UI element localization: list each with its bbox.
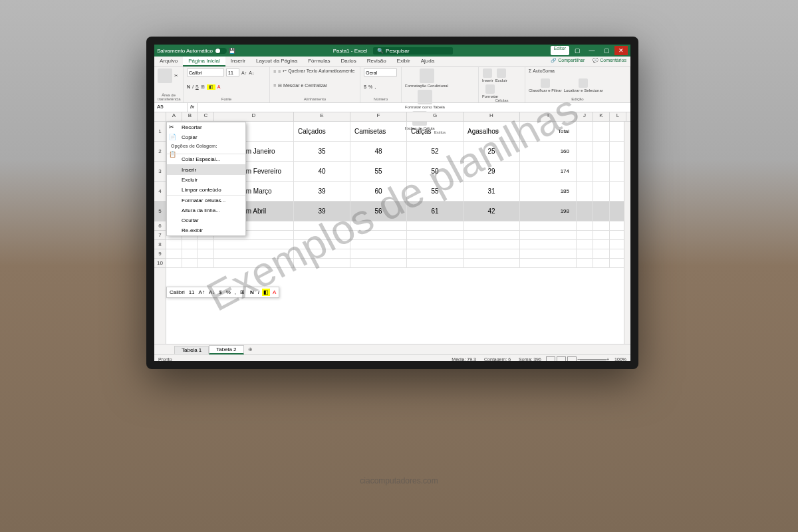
- cell[interactable]: [464, 259, 520, 267]
- font-color-icon[interactable]: A: [217, 84, 221, 89]
- row-header[interactable]: 6: [154, 221, 166, 231]
- editor-badge[interactable]: Editor: [551, 46, 569, 55]
- cell[interactable]: 40: [294, 162, 350, 181]
- mini-italic[interactable]: I: [257, 289, 261, 296]
- cell[interactable]: [593, 162, 610, 181]
- tab-revisao[interactable]: Revisão: [362, 57, 392, 66]
- cell[interactable]: [577, 122, 593, 141]
- save-icon[interactable]: 💾: [229, 48, 235, 54]
- cell[interactable]: [350, 231, 407, 239]
- mini-currency-icon[interactable]: $: [217, 289, 223, 296]
- column-header[interactable]: J: [577, 112, 593, 121]
- fx-icon[interactable]: fx: [188, 103, 198, 112]
- cell[interactable]: [464, 231, 520, 239]
- cell[interactable]: 61: [407, 201, 464, 221]
- column-header[interactable]: E: [294, 112, 350, 121]
- cond-format-icon[interactable]: [420, 68, 434, 83]
- cell[interactable]: [464, 249, 520, 258]
- zoom-in-icon[interactable]: +: [606, 357, 609, 361]
- formula-input[interactable]: [198, 103, 630, 112]
- column-header[interactable]: K: [593, 112, 610, 121]
- comma-icon[interactable]: ,: [374, 84, 376, 89]
- cell[interactable]: 25: [464, 142, 520, 161]
- cell[interactable]: [577, 142, 593, 161]
- column-header[interactable]: I: [520, 112, 577, 121]
- cell[interactable]: 174: [520, 162, 577, 181]
- cell[interactable]: [577, 240, 593, 249]
- font-name-select[interactable]: [187, 68, 224, 76]
- cell[interactable]: Agasalhos: [464, 122, 520, 141]
- cell[interactable]: 55: [407, 182, 464, 201]
- menu-delete[interactable]: Excluir: [167, 175, 245, 185]
- cell[interactable]: [577, 249, 593, 258]
- cell[interactable]: [182, 259, 198, 267]
- cell[interactable]: [520, 240, 577, 249]
- autosave-toggle[interactable]: [215, 48, 227, 54]
- column-header[interactable]: G: [407, 112, 464, 121]
- minimize-button[interactable]: —: [585, 46, 598, 55]
- cell[interactable]: 35: [294, 142, 350, 161]
- zoom-slider[interactable]: [580, 359, 606, 360]
- page-layout-icon[interactable]: [557, 356, 566, 362]
- underline-button[interactable]: S: [196, 84, 199, 89]
- menu-paste-special[interactable]: Colar Especial...: [167, 154, 245, 164]
- cell[interactable]: [350, 259, 407, 267]
- cell[interactable]: 29: [464, 162, 520, 181]
- cell[interactable]: 42: [464, 201, 520, 221]
- cell[interactable]: [520, 221, 577, 230]
- mini-comma-icon[interactable]: ,: [233, 289, 237, 296]
- mini-border-icon[interactable]: ⊞: [239, 289, 246, 296]
- row-header[interactable]: 7: [154, 231, 166, 240]
- tab-ajuda[interactable]: Ajuda: [416, 57, 440, 66]
- autosum-button[interactable]: Σ AutoSoma: [529, 68, 555, 73]
- find-select-icon[interactable]: [579, 78, 588, 88]
- bold-button[interactable]: N: [187, 84, 190, 89]
- close-button[interactable]: ✕: [614, 46, 628, 55]
- column-header[interactable]: A: [166, 112, 182, 121]
- cell[interactable]: [577, 162, 593, 181]
- percent-icon[interactable]: %: [368, 84, 372, 89]
- mini-decrease-icon[interactable]: A↓: [207, 289, 216, 296]
- format-cells-icon[interactable]: [485, 84, 495, 94]
- sort-filter-icon[interactable]: [541, 78, 550, 88]
- menu-unhide[interactable]: Re-exibir: [167, 225, 245, 235]
- row-header[interactable]: 2: [154, 142, 166, 162]
- insert-cells-icon[interactable]: [483, 68, 492, 78]
- increase-font-icon[interactable]: A↑: [241, 70, 247, 75]
- cell[interactable]: 39: [294, 201, 350, 221]
- cell[interactable]: [593, 249, 610, 258]
- mini-increase-icon[interactable]: A↑: [198, 289, 206, 296]
- cell[interactable]: [593, 221, 610, 230]
- cell[interactable]: [593, 142, 610, 161]
- cell[interactable]: [294, 259, 350, 267]
- menu-hide[interactable]: Ocultar: [167, 215, 245, 225]
- cell[interactable]: Calçados: [294, 122, 350, 141]
- cell[interactable]: 48: [350, 142, 407, 161]
- column-header[interactable]: F: [350, 112, 407, 121]
- cell[interactable]: 56: [350, 201, 407, 221]
- cell[interactable]: [198, 259, 214, 267]
- maximize-button[interactable]: ▢: [600, 46, 613, 55]
- cell[interactable]: [198, 249, 214, 258]
- cell[interactable]: [407, 221, 464, 230]
- cell[interactable]: [520, 231, 577, 239]
- column-header[interactable]: B: [182, 112, 198, 121]
- cell[interactable]: [214, 249, 294, 258]
- worksheet-grid[interactable]: 1 2 3 4 5 6 7 8 9 10 ABCDEFGHIJKL Calçad…: [154, 112, 630, 344]
- cell[interactable]: [182, 249, 198, 258]
- row-header[interactable]: 9: [154, 249, 166, 259]
- menu-cut[interactable]: ✂Recortar: [167, 122, 245, 132]
- cell[interactable]: 31: [464, 182, 520, 201]
- sheet-tab[interactable]: Tabela 2: [209, 345, 243, 354]
- menu-insert[interactable]: Inserir: [167, 164, 245, 175]
- menu-copy[interactable]: 📄Copiar: [167, 132, 245, 142]
- paste-icon[interactable]: [158, 68, 172, 83]
- cell[interactable]: Total: [520, 122, 577, 141]
- fill-color-icon[interactable]: ◧: [207, 84, 215, 90]
- column-header[interactable]: C: [198, 112, 214, 121]
- page-break-icon[interactable]: [567, 356, 577, 362]
- cell[interactable]: 60: [350, 182, 407, 201]
- row-header[interactable]: 10: [154, 259, 166, 268]
- tab-inserir[interactable]: Inserir: [225, 57, 251, 66]
- cell[interactable]: [593, 182, 610, 201]
